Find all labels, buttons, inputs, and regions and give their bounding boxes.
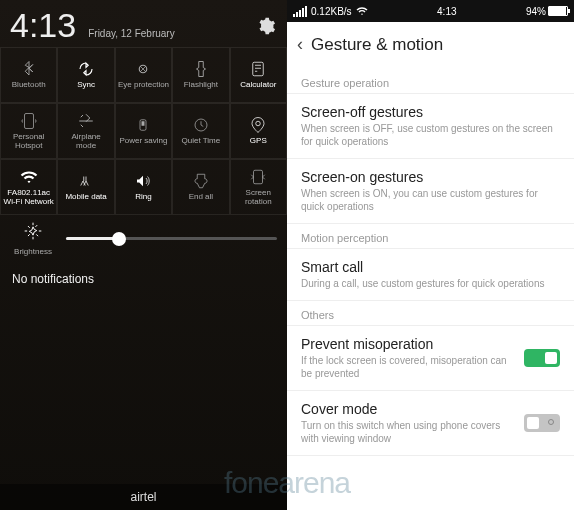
tile-flashlight[interactable]: Flashlight <box>172 47 229 103</box>
brightness-label: Brightness <box>14 247 52 256</box>
tile-ring[interactable]: Ring <box>115 159 172 215</box>
brightness-slider[interactable] <box>66 237 277 240</box>
tile-icon <box>20 112 38 130</box>
tiles-grid: BluetoothSyncEye protectionFlashlightCal… <box>0 47 287 215</box>
wifi-icon <box>356 5 368 17</box>
tile-label: Mobile data <box>63 193 108 202</box>
setting-smart-call[interactable]: Smart callDuring a call, use custom gest… <box>287 249 574 301</box>
tile-icon <box>192 60 210 78</box>
settings-icon[interactable] <box>255 15 277 37</box>
tile-label: Personal Hotspot <box>1 133 56 151</box>
net-speed: 0.12KB/s <box>311 6 352 17</box>
svg-point-6 <box>256 121 261 126</box>
tile-label: Eye protection <box>116 81 171 90</box>
no-notifications-text: No notifications <box>0 262 287 296</box>
svg-rect-4 <box>142 121 145 126</box>
page-header: ‹ Gesture & motion <box>287 22 574 69</box>
setting-screen-off-gestures[interactable]: Screen-off gesturesWhen screen is OFF, u… <box>287 94 574 159</box>
svg-rect-7 <box>254 170 263 184</box>
tile-label: Airplane mode <box>58 133 113 151</box>
tile-icon <box>20 60 38 78</box>
tile-end-all[interactable]: End all <box>172 159 229 215</box>
signal-icon <box>293 6 307 17</box>
svg-rect-1 <box>253 62 264 76</box>
tile-icon <box>192 172 210 190</box>
tile-airplane-mode[interactable]: Airplane mode <box>57 103 114 159</box>
item-title: Screen-on gestures <box>301 169 560 185</box>
battery-icon <box>548 6 568 16</box>
tile-power-saving[interactable]: Power saving <box>115 103 172 159</box>
item-sub: When screen is OFF, use custom gestures … <box>301 122 560 148</box>
settings-page: 0.12KB/s 4:13 94% ‹ Gesture & motion Ges… <box>287 0 574 510</box>
setting-screen-on-gestures[interactable]: Screen-on gesturesWhen screen is ON, you… <box>287 159 574 224</box>
tile-quiet-time[interactable]: Quiet Time <box>172 103 229 159</box>
tile-label: Bluetooth <box>10 81 48 90</box>
setting-cover-mode[interactable]: Cover modeTurn on this switch when using… <box>287 391 574 456</box>
carrier-label: airtel <box>0 484 287 510</box>
tile-icon <box>134 60 152 78</box>
tile-icon <box>192 116 210 134</box>
brightness-icon <box>23 221 43 245</box>
tile-sync[interactable]: Sync <box>57 47 114 103</box>
tile-personal-hotspot[interactable]: Personal Hotspot <box>0 103 57 159</box>
item-title: Screen-off gestures <box>301 104 560 120</box>
item-sub: Turn on this switch when using phone cov… <box>301 419 514 445</box>
brightness-row: Brightness <box>0 215 287 262</box>
page-title: Gesture & motion <box>311 35 443 55</box>
tile-icon <box>249 60 267 78</box>
tile-label: Screen rotation <box>231 189 286 207</box>
tile-calculator[interactable]: Calculator <box>230 47 287 103</box>
tile-icon <box>134 116 152 134</box>
tile-label: Flashlight <box>182 81 220 90</box>
setting-prevent-misoperation[interactable]: Prevent misoperationIf the lock screen i… <box>287 326 574 391</box>
item-sub: When screen is ON, you can use custom ge… <box>301 187 560 213</box>
tile-bluetooth[interactable]: Bluetooth <box>0 47 57 103</box>
toggle[interactable] <box>524 349 560 367</box>
tile-label: Sync <box>75 81 97 90</box>
date: Friday, 12 February <box>88 28 175 39</box>
tile-icon <box>20 168 38 186</box>
tile-eye-protection[interactable]: Eye protection <box>115 47 172 103</box>
section-header: Others <box>287 305 574 326</box>
tile-icon <box>77 60 95 78</box>
tile-icon <box>134 172 152 190</box>
tile-icon <box>77 172 95 190</box>
clock: 4:13 <box>10 6 76 45</box>
tile-icon <box>249 168 267 186</box>
tile-label: Calculator <box>238 81 278 90</box>
item-title: Cover mode <box>301 401 514 417</box>
tile-icon <box>77 112 95 130</box>
svg-rect-2 <box>24 113 33 128</box>
battery-percent: 94% <box>526 6 546 17</box>
tile-mobile-data[interactable]: Mobile data <box>57 159 114 215</box>
tile-icon <box>249 116 267 134</box>
toggle[interactable] <box>524 414 560 432</box>
section-header: Gesture operation <box>287 73 574 94</box>
item-sub: During a call, use custom gestures for q… <box>301 277 560 290</box>
brightness-thumb[interactable] <box>112 232 126 246</box>
tile-fa802-11ac-wi-fi-network[interactable]: FA802.11ac Wi-Fi Network <box>0 159 57 215</box>
section-header: Motion perception <box>287 228 574 249</box>
tile-gps[interactable]: GPS <box>230 103 287 159</box>
tile-label: Power saving <box>117 137 169 146</box>
tile-label: Ring <box>133 193 153 202</box>
status-clock: 4:13 <box>437 6 456 17</box>
back-icon[interactable]: ‹ <box>297 34 303 55</box>
item-title: Smart call <box>301 259 560 275</box>
tile-screen-rotation[interactable]: Screen rotation <box>230 159 287 215</box>
tile-label: FA802.11ac Wi-Fi Network <box>1 189 56 207</box>
tile-label: End all <box>187 193 215 202</box>
item-sub: If the lock screen is covered, misoperat… <box>301 354 514 380</box>
item-title: Prevent misoperation <box>301 336 514 352</box>
tile-label: Quiet Time <box>180 137 223 146</box>
quick-settings-panel: 4:13 Friday, 12 February BluetoothSyncEy… <box>0 0 287 510</box>
status-bar-right: 0.12KB/s 4:13 94% <box>287 0 574 22</box>
status-bar-left: 4:13 Friday, 12 February <box>0 0 287 47</box>
tile-label: GPS <box>248 137 269 146</box>
